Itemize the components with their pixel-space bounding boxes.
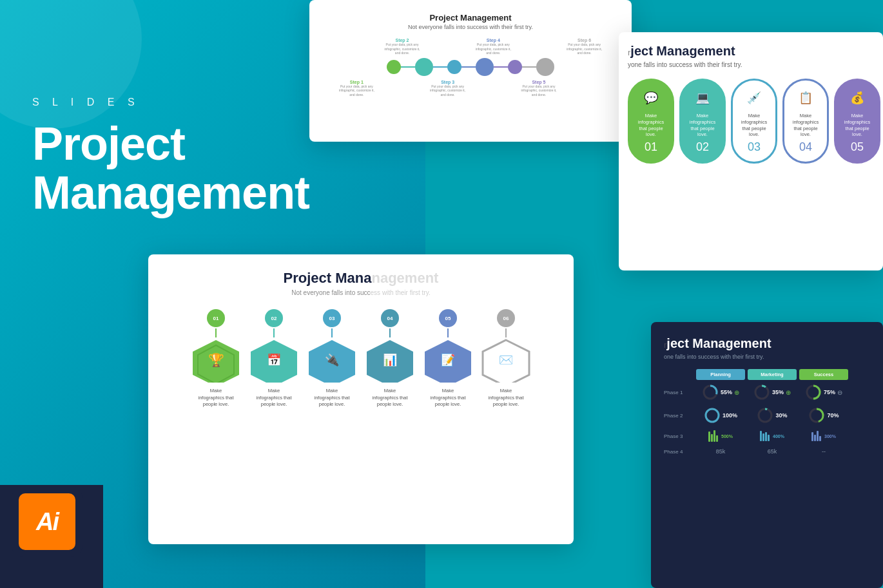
num-card-5: 💰 Make infographics that people love. 05 [834,79,880,164]
steps-subtitle: Not everyone falls into success with the… [327,24,614,30]
phase2-ring-3 [808,407,825,424]
num-cards-row: 💬 Make infographics that people love. 01… [628,79,874,164]
svg-point-9 [755,386,768,399]
hex-item-1: 01 🏆 Makeinfographics thatpeople love. [187,309,245,408]
steps-title: Project Management [327,13,614,23]
hex-item-4: 04 📊 Makeinfographics thatpeople love. [361,309,419,408]
hex-row: 01 🏆 Makeinfographics thatpeople love. 0… [168,309,554,408]
col-header-planning: Planning [696,369,745,380]
step-6-circle [536,58,554,76]
phase2-label: Phase 2 [664,413,694,419]
col-header-success: Success [799,369,848,380]
ai-badge: Ai [12,486,82,557]
left-panel: S L I D E S Project Management [32,97,309,217]
phase3-label: Phase 3 [664,433,694,439]
step-5-circle [508,60,522,74]
svg-point-15 [759,409,771,422]
phase1-label: Phase 1 [664,390,694,395]
phase4-label: Phase 4 [664,449,694,455]
slide-hex: Project Mananagement Not everyone falls … [148,254,574,544]
slide-dark: rject Management one falls into success … [651,322,883,588]
hex-item-2: 02 📅 Makeinfographics thatpeople love. [245,309,303,408]
ai-badge-text: Ai [19,493,75,550]
hex-item-6: 06 ✉️ Makeinfographics thatpeople love. [477,309,535,408]
phase1-ring-3 [805,384,822,401]
phase2-ring-2 [757,407,773,424]
num-card-3: 💉 Make infographics that people love. 03 [731,79,777,164]
phase1-ring-1 [702,384,719,401]
slide-numbered-cards: rject Management yone falls into success… [619,32,883,270]
dark-table: Planning Marketing Success Phase 1 55% ⊕ [664,369,870,455]
step-3-circle [447,60,461,74]
phase2-ring-1 [704,407,721,424]
dark-subtitle: one falls into success with their first … [664,354,870,360]
num-card-4: 📋 Make infographics that people love. 04 [782,79,829,164]
numbered-cards-subtitle: yone falls into success with their first… [628,61,874,68]
svg-point-14 [706,409,719,422]
slide-steps: Project Management Not everyone falls in… [309,0,632,142]
hex-item-3: 03 🔌 Makeinfographics thatpeople love. [303,309,361,408]
table-row-phase2: Phase 2 100% 30% [664,407,870,424]
col-header-marketing: Marketing [748,369,797,380]
step-1-circle [387,60,401,74]
step-4-circle [476,58,494,76]
num-card-1: 💬 Make infographics that people love. 01 [628,79,674,164]
num-card-2: 💻 Make infographics that people love. 02 [679,79,726,164]
dark-title: rject Management [664,336,870,351]
hex-title: Project Mananagement [168,270,554,287]
slides-label: S L I D E S [32,97,309,108]
table-header: Planning Marketing Success [664,369,870,380]
table-row-phase4: Phase 4 85k 65k -- [664,448,870,455]
table-row-phase3: Phase 3 500% [664,430,870,442]
numbered-cards-title: rject Management [628,44,874,59]
table-row-phase1: Phase 1 55% ⊕ 35% ⊕ [664,384,870,401]
phase1-ring-2 [753,384,770,401]
hex-item-5: 05 📝 Makeinfographics thatpeople love. [419,309,477,408]
hex-subtitle: Not everyone falls into success with the… [168,289,554,296]
step-2-circle [415,58,433,76]
main-title: Project Management [32,120,309,217]
